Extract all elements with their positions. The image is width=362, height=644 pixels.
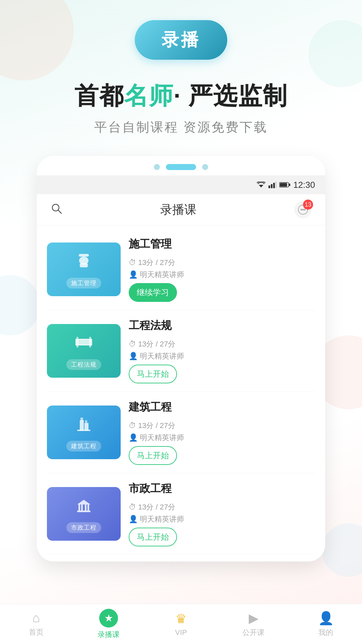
course-thumb-icon: [74, 251, 94, 275]
nav-label-我的: 我的: [318, 628, 333, 638]
course-item-1[interactable]: 施工管理 施工管理 ⏱ 13分 / 27分 👤 明天精英讲师 继续学习: [47, 229, 315, 310]
course-action[interactable]: 马上开始: [129, 528, 315, 546]
phone-top-nav: 录播课 13: [37, 194, 325, 225]
course-thumb-label: 施工管理: [66, 278, 101, 288]
course-name: 建筑工程: [129, 400, 315, 415]
course-time: ⏱ 13分 / 27分: [129, 258, 315, 268]
course-teacher: 👤 明天精英讲师: [129, 433, 315, 443]
search-icon[interactable]: [50, 202, 62, 217]
hero-subtitle: 平台自制课程 资源免费下载: [94, 119, 268, 136]
svg-rect-6: [280, 183, 287, 187]
course-teacher: 👤 明天精英讲师: [129, 351, 315, 361]
svg-point-12: [302, 209, 304, 211]
svg-line-9: [58, 210, 61, 213]
nav-label-VIP: VIP: [175, 628, 187, 637]
bottom-nav-item-录播课[interactable]: ★ 录播课: [72, 609, 145, 640]
status-icons: 12:30: [256, 180, 315, 190]
course-action[interactable]: 继续学习: [129, 283, 315, 302]
course-action[interactable]: 马上开始: [129, 365, 315, 383]
battery-icon: [279, 182, 291, 188]
bottom-nav-item-公开课[interactable]: ▶ 公开课: [217, 611, 290, 638]
course-thumbnail: 施工管理: [47, 243, 121, 296]
record-badge: 录播: [135, 20, 227, 60]
svg-rect-18: [76, 337, 78, 347]
svg-rect-26: [85, 420, 87, 423]
status-bar: 12:30: [37, 175, 325, 194]
svg-rect-23: [84, 423, 88, 430]
nav-icon-首页: ⌂: [33, 611, 40, 625]
svg-rect-19: [89, 337, 91, 347]
phone-nav-title: 录播课: [160, 202, 196, 218]
svg-rect-22: [80, 420, 84, 430]
course-action[interactable]: 马上开始: [129, 446, 315, 465]
nav-label-公开课: 公开课: [242, 628, 264, 638]
svg-rect-3: [273, 183, 275, 188]
carousel-dot-2[interactable]: [166, 164, 196, 170]
svg-point-13: [304, 209, 306, 211]
bottom-nav-item-首页[interactable]: ⌂ 首页: [0, 611, 72, 637]
svg-point-11: [301, 209, 302, 211]
course-thumb-icon: [74, 414, 94, 438]
svg-rect-25: [80, 418, 83, 421]
svg-rect-29: [81, 504, 83, 511]
course-thumb-label: 市政工程: [66, 522, 101, 533]
svg-rect-14: [79, 254, 89, 257]
bottom-navigation: ⌂ 首页 ★ 录播课 ♛ VIP ▶ 公开课 👤 我的: [0, 604, 362, 644]
course-name: 市政工程: [129, 481, 315, 496]
wifi-icon: [256, 181, 266, 188]
teacher-icon: 👤: [129, 270, 138, 279]
svg-rect-24: [77, 430, 90, 431]
clock-icon: ⏱: [129, 503, 136, 512]
phone-mockup: 12:30 录播课 13: [37, 156, 325, 561]
svg-rect-4: [276, 181, 277, 188]
course-thumb-label: 工程法规: [66, 359, 101, 370]
continue-button[interactable]: 继续学习: [129, 283, 177, 302]
start-button[interactable]: 马上开始: [129, 365, 177, 383]
course-thumbnail: 市政工程: [47, 487, 121, 541]
signal-icon: [268, 181, 277, 188]
svg-marker-32: [77, 500, 90, 504]
course-time: ⏱ 13分 / 27分: [129, 421, 315, 431]
nav-label-录播课: 录播课: [98, 630, 120, 640]
message-badge: 13: [303, 200, 313, 210]
clock-icon: ⏱: [129, 258, 136, 267]
course-item-2[interactable]: 工程法规 工程法规 ⏱ 13分 / 27分 👤 明天精英讲师 马上开始: [47, 310, 315, 392]
course-teacher: 👤 明天精英讲师: [129, 514, 315, 524]
course-time: ⏱ 13分 / 27分: [129, 339, 315, 349]
message-button[interactable]: 13: [294, 201, 312, 218]
svg-rect-16: [80, 263, 88, 267]
course-info: 施工管理 ⏱ 13分 / 27分 👤 明天精英讲师 继续学习: [129, 237, 315, 302]
hero-title-suffix: · 严选监制: [174, 82, 288, 109]
course-time: ⏱ 13分 / 27分: [129, 502, 315, 512]
svg-rect-30: [85, 504, 86, 511]
start-button[interactable]: 马上开始: [129, 446, 177, 465]
svg-rect-31: [87, 504, 89, 511]
svg-rect-7: [289, 183, 290, 186]
course-list: 施工管理 施工管理 ⏱ 13分 / 27分 👤 明天精英讲师 继续学习: [37, 225, 325, 561]
course-thumbnail: 工程法规: [47, 324, 121, 378]
decoration-blob-br: [322, 523, 362, 577]
svg-rect-27: [77, 511, 90, 512]
status-time: 12:30: [293, 180, 315, 190]
course-item-3[interactable]: 建筑工程 建筑工程 ⏱ 13分 / 27分 👤 明天精英讲师 马上开始: [47, 392, 315, 473]
course-name: 工程法规: [129, 318, 315, 333]
hero-title-highlight: 名师: [124, 82, 174, 109]
carousel-dot-3[interactable]: [202, 164, 208, 170]
star-icon: ★: [99, 609, 118, 628]
teacher-icon: 👤: [129, 515, 138, 524]
start-button[interactable]: 马上开始: [129, 528, 177, 546]
teacher-icon: 👤: [129, 433, 138, 442]
course-item-4[interactable]: 市政工程 市政工程 ⏱ 13分 / 27分 👤 明天精英讲师 马上开始: [47, 473, 315, 555]
course-thumb-icon: [74, 495, 94, 520]
course-thumb-label: 建筑工程: [66, 441, 101, 451]
course-teacher: 👤 明天精英讲师: [129, 270, 315, 280]
course-info: 工程法规 ⏱ 13分 / 27分 👤 明天精英讲师 马上开始: [129, 318, 315, 383]
nav-icon-公开课: ▶: [249, 611, 258, 626]
teacher-icon: 👤: [129, 352, 138, 361]
nav-icon-我的: 👤: [318, 611, 334, 626]
carousel-dot-1[interactable]: [154, 164, 160, 170]
svg-marker-0: [259, 185, 263, 187]
bottom-nav-item-我的[interactable]: 👤 我的: [290, 611, 362, 638]
bottom-nav-item-VIP[interactable]: ♛ VIP: [145, 611, 217, 637]
clock-icon: ⏱: [129, 421, 136, 430]
